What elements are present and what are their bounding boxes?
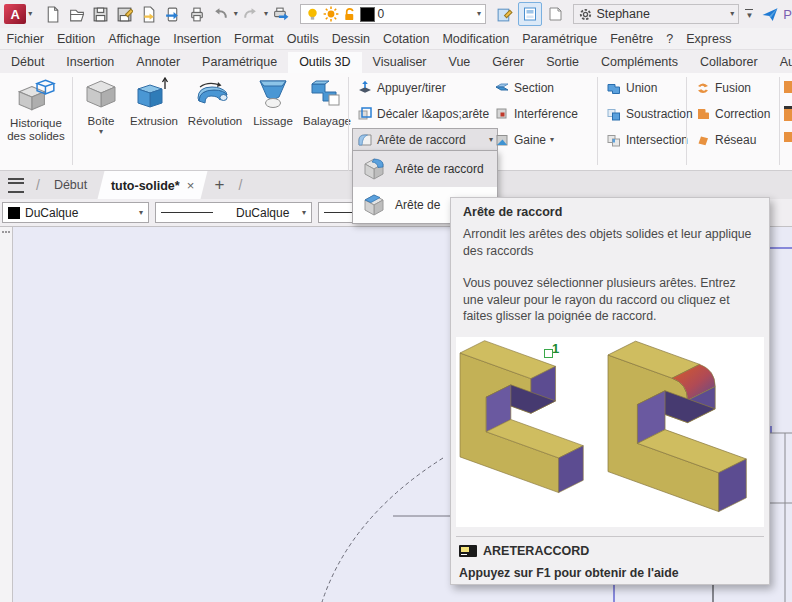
- tooltip-divider: [456, 536, 764, 537]
- dropdown-item-arete-de-raccord[interactable]: Arête de raccord: [353, 151, 497, 187]
- color-combobox[interactable]: DuCalque ▾: [2, 202, 149, 223]
- menu-express[interactable]: Express: [680, 32, 738, 46]
- properties-toggle-button[interactable]: [518, 2, 542, 26]
- save-export-button[interactable]: [138, 3, 160, 25]
- share-button[interactable]: [759, 3, 781, 25]
- palette-grip-icon[interactable]: [2, 231, 10, 233]
- layer-edit-button[interactable]: [494, 3, 516, 25]
- intersection-button[interactable]: Intersection: [602, 129, 692, 151]
- user-account-combobox[interactable]: Stephane ▾: [573, 4, 739, 24]
- menu-aide[interactable]: ?: [660, 32, 680, 46]
- revolution-button[interactable]: Révolution: [184, 77, 246, 128]
- linetype-combobox-chevron-icon: ▾: [302, 209, 306, 217]
- boite-chevron-icon: ▾: [99, 128, 103, 136]
- tooltip-help-hint: Appuyez sur F1 pour obtenir de l'aide: [459, 566, 679, 580]
- menu-insertion[interactable]: Insertion: [167, 32, 228, 46]
- tab-outils-3d[interactable]: Outils 3D: [288, 52, 361, 73]
- hamburger-menu-icon[interactable]: [8, 178, 24, 193]
- transfer-button[interactable]: [162, 3, 184, 25]
- logo-chevron-icon[interactable]: ▾: [28, 10, 32, 18]
- lissage-button[interactable]: Lissage: [248, 77, 298, 128]
- reseau-button[interactable]: Réseau: [691, 129, 760, 151]
- appuyer-tirer-button[interactable]: Appuyer/tirer: [353, 77, 450, 99]
- new-tab-button[interactable]: +: [205, 175, 235, 195]
- save-button[interactable]: [90, 3, 112, 25]
- export-icon: [140, 6, 157, 23]
- menu-dessin[interactable]: Dessin: [325, 32, 376, 46]
- tab-debut[interactable]: Début: [0, 52, 55, 73]
- sheet-icon: [547, 6, 563, 22]
- boite-button[interactable]: Boîte ▾: [78, 77, 124, 136]
- redo-button[interactable]: [240, 3, 262, 25]
- menu-edition[interactable]: Edition: [51, 32, 102, 46]
- print-button[interactable]: [186, 3, 208, 25]
- gaine-button[interactable]: Gaine ▾: [490, 129, 558, 151]
- sweep-icon: [307, 77, 347, 113]
- tab-separator: /: [235, 177, 247, 193]
- tab-sortie[interactable]: Sortie: [535, 52, 590, 73]
- section-button[interactable]: Section: [490, 77, 558, 99]
- redo-chevron-icon[interactable]: ▾: [264, 10, 268, 18]
- open-file-button[interactable]: [66, 3, 88, 25]
- menu-cotation[interactable]: Cotation: [376, 32, 436, 46]
- tab-automatisation[interactable]: Automatisatio: [769, 52, 792, 73]
- menu-parametrique[interactable]: Paramétrique: [516, 32, 604, 46]
- layer-combobox[interactable]: 0 ▾: [300, 4, 486, 24]
- panel-divider: [348, 77, 349, 171]
- decaler-arete-button[interactable]: Décaler l&apos;arête: [353, 103, 493, 125]
- plot-button[interactable]: [270, 3, 292, 25]
- layer-combobox-chevron-icon[interactable]: ▾: [477, 10, 481, 18]
- file-tab-active-label: tuto-solide*: [111, 178, 180, 192]
- union-button[interactable]: Union: [602, 77, 661, 99]
- docked-palette-strip[interactable]: [0, 227, 13, 602]
- union-label: Union: [626, 81, 657, 95]
- tab-visualiser[interactable]: Visualiser: [362, 52, 438, 73]
- redo-icon: [242, 6, 259, 23]
- correction-button[interactable]: Correction: [691, 103, 774, 125]
- user-combobox-chevron-icon[interactable]: ▾: [730, 10, 734, 18]
- menu-fichier[interactable]: Fichier: [0, 32, 51, 46]
- quick-access-toolbar: A ▾ ▾ ▾ 0 ▾ Stephane ▾: [0, 0, 792, 28]
- fusion-button[interactable]: Fusion: [691, 77, 755, 99]
- menu-affichage[interactable]: Affichage: [102, 32, 167, 46]
- soustraction-label: Soustraction: [626, 107, 693, 121]
- dropdown-item1-label: Arête de raccord: [395, 162, 484, 176]
- tab-insertion[interactable]: Insertion: [55, 52, 125, 73]
- menu-modification[interactable]: Modification: [436, 32, 516, 46]
- tab-parametrique[interactable]: Paramétrique: [191, 52, 288, 73]
- soustraction-button[interactable]: Soustraction: [602, 103, 697, 125]
- new-file-button[interactable]: [42, 3, 64, 25]
- gaine-icon: [494, 132, 510, 148]
- undo-chevron-icon[interactable]: ▾: [234, 10, 238, 18]
- tab-complements[interactable]: Compléments: [590, 52, 689, 73]
- autocad-logo[interactable]: A: [4, 4, 26, 24]
- tab-annoter[interactable]: Annoter: [125, 52, 191, 73]
- menu-outils[interactable]: Outils: [280, 32, 325, 46]
- save-as-button[interactable]: [114, 3, 136, 25]
- close-tab-icon[interactable]: ×: [187, 178, 195, 193]
- intersect-icon: [606, 132, 622, 148]
- edge-pick-box-icon: [544, 349, 553, 358]
- tab-vue[interactable]: Vue: [438, 52, 482, 73]
- interference-button[interactable]: Interférence: [490, 103, 582, 125]
- linetype-combobox[interactable]: DuCalque ▾: [155, 202, 312, 223]
- correction-label: Correction: [715, 107, 770, 121]
- save-icon: [92, 6, 109, 23]
- undo-icon: [212, 6, 229, 23]
- clipped-icon: [784, 106, 792, 121]
- file-tab-active[interactable]: tuto-solide* ×: [98, 171, 208, 199]
- extrusion-button[interactable]: Extrusion: [126, 77, 182, 128]
- balayage-button[interactable]: Balayage: [300, 77, 354, 128]
- arete-de-raccord-button[interactable]: Arête de raccord ▾: [352, 128, 498, 152]
- tab-gerer[interactable]: Gérer: [481, 52, 535, 73]
- toolbar-overflow-button[interactable]: ▼: [741, 3, 757, 25]
- subtract-icon: [606, 106, 622, 122]
- menu-format[interactable]: Format: [228, 32, 281, 46]
- tab-collaborer[interactable]: Collaborer: [689, 52, 769, 73]
- historique-des-solides-button[interactable]: Historique des solides: [4, 77, 68, 143]
- undo-button[interactable]: [210, 3, 232, 25]
- gaine-chevron-icon[interactable]: ▾: [550, 136, 554, 144]
- menu-fenetre[interactable]: Fenêtre: [604, 32, 660, 46]
- sheet-button[interactable]: [544, 3, 566, 25]
- file-tab-debut[interactable]: Début: [44, 171, 97, 199]
